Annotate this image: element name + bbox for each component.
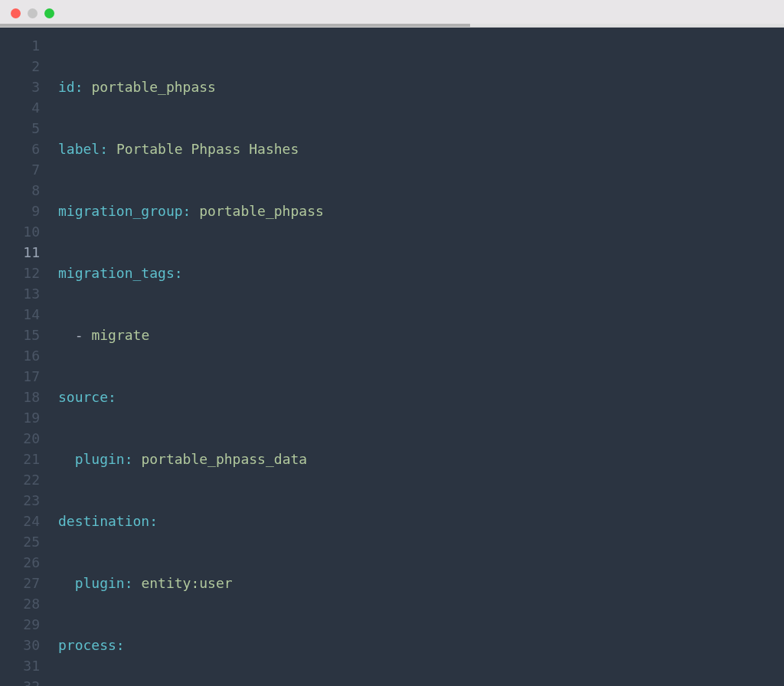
close-icon[interactable]	[11, 8, 21, 18]
line-number: 16	[0, 345, 47, 366]
line-number: 28	[0, 593, 47, 614]
line-number: 26	[0, 552, 47, 573]
tab-active[interactable]	[0, 24, 470, 27]
line-number: 32	[0, 676, 47, 686]
line-number: 23	[0, 490, 47, 511]
line-number: 31	[0, 655, 47, 676]
code-line: source:	[58, 387, 784, 407]
line-number: 8	[0, 180, 47, 201]
line-number: 2	[0, 56, 47, 77]
line-number: 25	[0, 531, 47, 552]
line-number: 17	[0, 366, 47, 387]
code-line: plugin: portable_phpass_data	[58, 449, 784, 469]
maximize-icon[interactable]	[44, 8, 54, 18]
code-line: process:	[58, 635, 784, 655]
line-number: 30	[0, 635, 47, 655]
line-number: 20	[0, 428, 47, 449]
line-number: 12	[0, 263, 47, 283]
line-number: 27	[0, 573, 47, 593]
line-number-current: 11	[0, 242, 47, 263]
line-number: 5	[0, 118, 47, 139]
line-number: 10	[0, 221, 47, 242]
code-line: migration_group: portable_phpass	[58, 201, 784, 221]
code-line: destination:	[58, 511, 784, 531]
line-number: 7	[0, 159, 47, 180]
line-number: 22	[0, 469, 47, 490]
line-number: 6	[0, 139, 47, 159]
code-line: plugin: entity:user	[58, 573, 784, 593]
code-area[interactable]: id: portable_phpass label: Portable Phpa…	[47, 28, 784, 686]
line-number: 1	[0, 35, 47, 56]
window-titlebar	[0, 0, 784, 28]
line-number: 9	[0, 201, 47, 221]
line-number: 14	[0, 304, 47, 325]
line-number: 24	[0, 511, 47, 531]
line-number: 18	[0, 387, 47, 407]
code-line: label: Portable Phpass Hashes	[58, 139, 784, 159]
line-number: 13	[0, 283, 47, 304]
line-number: 15	[0, 325, 47, 345]
code-line: id: portable_phpass	[58, 77, 784, 97]
line-number: 29	[0, 614, 47, 635]
code-editor[interactable]: 1 2 3 4 5 6 7 8 9 10 11 12 13 14 15 16 1…	[0, 28, 784, 686]
tab-strip	[0, 24, 784, 27]
line-number: 3	[0, 77, 47, 97]
code-line: migration_tags:	[58, 263, 784, 283]
line-number-gutter: 1 2 3 4 5 6 7 8 9 10 11 12 13 14 15 16 1…	[0, 28, 47, 686]
minimize-icon[interactable]	[28, 8, 38, 18]
code-line: - migrate	[58, 325, 784, 345]
line-number: 21	[0, 449, 47, 469]
line-number: 4	[0, 97, 47, 118]
line-number: 19	[0, 407, 47, 428]
tab-inactive-area	[470, 24, 784, 27]
